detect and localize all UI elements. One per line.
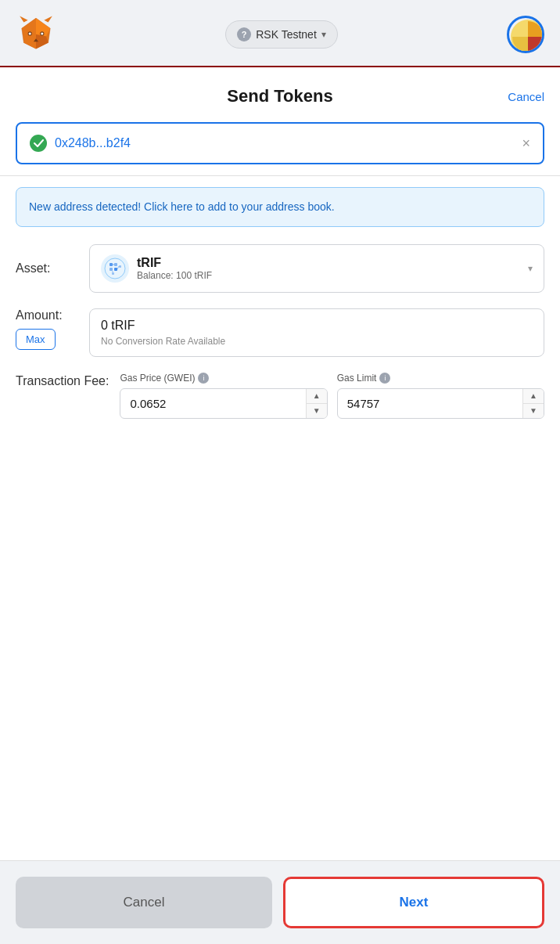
gas-price-input-box: 0.0652 ▲ ▼ xyxy=(120,388,327,419)
fee-headers: Gas Price (GWEI) i Gas Limit i xyxy=(120,373,544,384)
clear-address-icon[interactable]: × xyxy=(522,135,530,152)
svg-marker-9 xyxy=(20,16,27,23)
gas-limit-value[interactable]: 54757 xyxy=(338,389,522,418)
svg-point-7 xyxy=(29,32,31,34)
action-bar: Cancel Next xyxy=(0,860,560,944)
account-avatar[interactable] xyxy=(507,16,544,53)
svg-point-8 xyxy=(41,32,43,34)
divider xyxy=(0,175,560,176)
header-cancel-link[interactable]: Cancel xyxy=(508,90,544,103)
chevron-down-icon: ▾ xyxy=(321,29,326,40)
page-header: Send Tokens Cancel xyxy=(16,86,544,106)
asset-info: tRIF Balance: 100 tRIF xyxy=(137,256,520,281)
next-button[interactable]: Next xyxy=(283,877,544,928)
asset-selector[interactable]: tRIF Balance: 100 tRIF ▾ xyxy=(89,244,544,293)
gas-limit-stepper: ▲ ▼ xyxy=(522,389,544,418)
gas-price-stepper: ▲ ▼ xyxy=(306,389,327,418)
svg-marker-10 xyxy=(44,16,52,23)
svg-rect-16 xyxy=(109,268,113,271)
amount-value: 0 tRIF xyxy=(101,319,533,333)
fee-label: Transaction Fee: xyxy=(16,373,109,390)
gas-price-header: Gas Price (GWEI) i xyxy=(120,373,327,384)
gas-limit-increase-btn[interactable]: ▲ xyxy=(523,389,544,404)
amount-row: Amount: Max 0 tRIF No Conversion Rate Av… xyxy=(16,308,544,357)
gas-price-increase-btn[interactable]: ▲ xyxy=(307,389,327,404)
conversion-text: No Conversion Rate Available xyxy=(101,336,533,347)
max-button[interactable]: Max xyxy=(16,329,56,350)
asset-label: Asset: xyxy=(16,261,78,276)
metamask-logo xyxy=(16,14,56,55)
fee-row: Transaction Fee: Gas Price (GWEI) i Gas … xyxy=(16,373,544,419)
asset-dropdown-icon: ▾ xyxy=(528,263,533,274)
gas-price-label: Gas Price (GWEI) xyxy=(120,373,195,384)
notice-text: New address detected! Click here to add … xyxy=(29,200,335,213)
network-name: RSK Testnet xyxy=(256,28,317,41)
asset-row: Asset: tRIF Balance: xyxy=(16,244,544,293)
gas-limit-label: Gas Limit xyxy=(337,373,377,384)
network-question-icon: ? xyxy=(237,27,251,41)
gas-limit-header: Gas Limit i xyxy=(337,373,544,384)
network-selector[interactable]: ? RSK Testnet ▾ xyxy=(225,20,338,49)
address-input-container[interactable]: 0x248b...b2f4 × xyxy=(16,122,544,164)
svg-rect-19 xyxy=(112,272,114,275)
new-address-notice[interactable]: New address detected! Click here to add … xyxy=(16,187,544,227)
asset-balance: Balance: 100 tRIF xyxy=(137,270,520,281)
svg-rect-15 xyxy=(114,263,117,266)
amount-label: Amount: xyxy=(16,308,78,322)
svg-rect-14 xyxy=(109,263,113,266)
gas-price-info-icon[interactable]: i xyxy=(198,373,209,384)
amount-field[interactable]: 0 tRIF No Conversion Rate Available xyxy=(89,308,544,357)
address-value: 0x248b...b2f4 xyxy=(55,136,514,150)
gas-limit-decrease-btn[interactable]: ▼ xyxy=(523,404,544,418)
gas-price-decrease-btn[interactable]: ▼ xyxy=(307,404,327,418)
asset-name: tRIF xyxy=(137,256,520,270)
fee-fields: 0.0652 ▲ ▼ 54757 ▲ ▼ xyxy=(120,388,544,419)
cancel-button[interactable]: Cancel xyxy=(16,877,272,928)
gas-limit-info-icon[interactable]: i xyxy=(379,373,390,384)
top-bar: ? RSK Testnet ▾ xyxy=(0,0,560,67)
svg-rect-18 xyxy=(119,265,121,268)
main-content: Send Tokens Cancel 0x248b...b2f4 × New a… xyxy=(0,67,560,860)
fee-inputs: Gas Price (GWEI) i Gas Limit i 0.0652 ▲ … xyxy=(120,373,544,419)
page-title: Send Tokens xyxy=(227,86,332,106)
asset-token-icon xyxy=(101,254,129,283)
gas-price-value[interactable]: 0.0652 xyxy=(120,389,305,418)
address-verified-icon xyxy=(30,135,47,152)
amount-label-group: Amount: Max xyxy=(16,308,78,350)
gas-limit-input-box: 54757 ▲ ▼ xyxy=(337,388,544,419)
svg-rect-17 xyxy=(114,268,117,271)
